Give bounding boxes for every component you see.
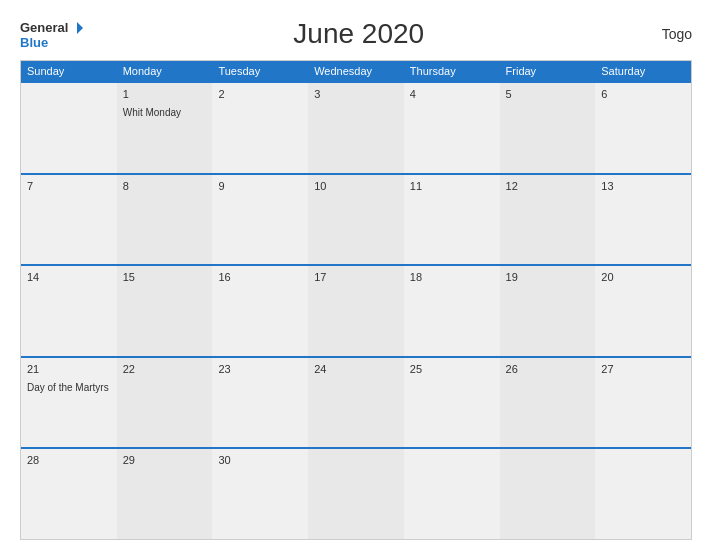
day-number: 12 — [506, 180, 590, 192]
day-cell: 4 — [404, 83, 500, 173]
day-cell — [500, 449, 596, 539]
day-cell: 19 — [500, 266, 596, 356]
day-number: 19 — [506, 271, 590, 283]
header-sunday: Sunday — [21, 61, 117, 81]
day-number: 17 — [314, 271, 398, 283]
day-cell: 6 — [595, 83, 691, 173]
day-cell: 25 — [404, 358, 500, 448]
day-cell: 24 — [308, 358, 404, 448]
day-cell: 10 — [308, 175, 404, 265]
day-number: 26 — [506, 363, 590, 375]
day-cell: 9 — [212, 175, 308, 265]
header-thursday: Thursday — [404, 61, 500, 81]
day-cell: 3 — [308, 83, 404, 173]
logo: General Blue — [20, 20, 85, 49]
week-row-2: 7 8 9 10 11 12 13 — [21, 173, 691, 265]
page: General Blue June 2020 Togo Sunday Monda… — [0, 0, 712, 550]
svg-marker-0 — [77, 22, 83, 34]
day-number: 24 — [314, 363, 398, 375]
day-cell — [404, 449, 500, 539]
logo-blue-text: Blue — [20, 36, 85, 49]
day-cell: 1 Whit Monday — [117, 83, 213, 173]
day-cell: 22 — [117, 358, 213, 448]
day-cell: 30 — [212, 449, 308, 539]
day-number: 23 — [218, 363, 302, 375]
header-tuesday: Tuesday — [212, 61, 308, 81]
logo-wrapper: General Blue — [20, 20, 85, 49]
header-saturday: Saturday — [595, 61, 691, 81]
day-cell: 23 — [212, 358, 308, 448]
day-number: 25 — [410, 363, 494, 375]
day-event: Whit Monday — [123, 107, 181, 118]
day-number: 8 — [123, 180, 207, 192]
day-cell: 18 — [404, 266, 500, 356]
header: General Blue June 2020 Togo — [20, 18, 692, 50]
logo-general-text: General — [20, 21, 68, 34]
day-number: 29 — [123, 454, 207, 466]
day-cell — [308, 449, 404, 539]
day-cell: 21 Day of the Martyrs — [21, 358, 117, 448]
day-number: 6 — [601, 88, 685, 100]
day-cell: 8 — [117, 175, 213, 265]
day-number: 15 — [123, 271, 207, 283]
day-number: 11 — [410, 180, 494, 192]
day-number: 28 — [27, 454, 111, 466]
day-number: 1 — [123, 88, 207, 100]
day-number: 30 — [218, 454, 302, 466]
day-cell: 16 — [212, 266, 308, 356]
week-row-5: 28 29 30 — [21, 447, 691, 539]
calendar-grid: Sunday Monday Tuesday Wednesday Thursday… — [20, 60, 692, 540]
header-monday: Monday — [117, 61, 213, 81]
day-number: 10 — [314, 180, 398, 192]
day-number: 3 — [314, 88, 398, 100]
day-cell: 13 — [595, 175, 691, 265]
day-number: 16 — [218, 271, 302, 283]
logo-flag-icon — [69, 20, 85, 36]
day-cell: 15 — [117, 266, 213, 356]
country-label: Togo — [632, 26, 692, 42]
day-number: 22 — [123, 363, 207, 375]
calendar-title: June 2020 — [85, 18, 632, 50]
day-cell: 11 — [404, 175, 500, 265]
day-cell: 14 — [21, 266, 117, 356]
logo-top: General — [20, 20, 85, 36]
day-cell — [595, 449, 691, 539]
day-number: 14 — [27, 271, 111, 283]
day-number: 27 — [601, 363, 685, 375]
day-number: 18 — [410, 271, 494, 283]
day-number: 9 — [218, 180, 302, 192]
day-cell: 17 — [308, 266, 404, 356]
day-number: 2 — [218, 88, 302, 100]
day-cell: 20 — [595, 266, 691, 356]
day-cell: 27 — [595, 358, 691, 448]
day-cell: 2 — [212, 83, 308, 173]
day-number: 21 — [27, 363, 111, 375]
day-number: 4 — [410, 88, 494, 100]
week-row-3: 14 15 16 17 18 19 20 — [21, 264, 691, 356]
day-cell: 12 — [500, 175, 596, 265]
week-row-1: 1 Whit Monday 2 3 4 5 6 — [21, 81, 691, 173]
day-cell: 5 — [500, 83, 596, 173]
day-cell: 29 — [117, 449, 213, 539]
day-cell: 28 — [21, 449, 117, 539]
day-number: 20 — [601, 271, 685, 283]
day-number: 5 — [506, 88, 590, 100]
day-cell: 26 — [500, 358, 596, 448]
day-cell — [21, 83, 117, 173]
day-number: 7 — [27, 180, 111, 192]
day-headers-row: Sunday Monday Tuesday Wednesday Thursday… — [21, 61, 691, 81]
day-event: Day of the Martyrs — [27, 382, 109, 393]
week-row-4: 21 Day of the Martyrs 22 23 24 25 26 27 — [21, 356, 691, 448]
day-number: 13 — [601, 180, 685, 192]
header-wednesday: Wednesday — [308, 61, 404, 81]
day-cell: 7 — [21, 175, 117, 265]
header-friday: Friday — [500, 61, 596, 81]
